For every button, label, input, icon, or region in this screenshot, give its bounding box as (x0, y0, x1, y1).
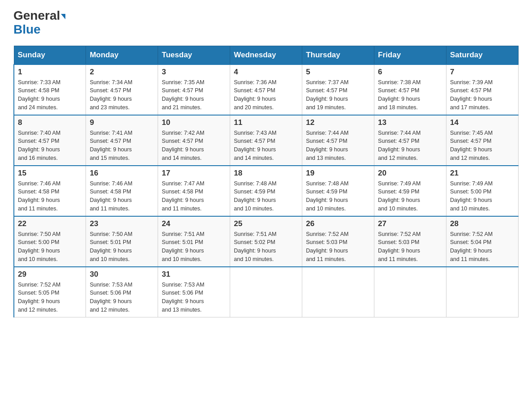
day-info: Sunrise: 7:37 AM Sunset: 4:57 PM Dayligh… (306, 78, 370, 112)
calendar-cell: 11 Sunrise: 7:43 AM Sunset: 4:57 PM Dayl… (230, 115, 302, 166)
day-number: 7 (450, 68, 515, 77)
day-number: 27 (378, 219, 442, 228)
day-number: 26 (306, 219, 370, 228)
day-number: 6 (378, 68, 442, 77)
calendar-cell: 9 Sunrise: 7:41 AM Sunset: 4:57 PM Dayli… (86, 115, 158, 166)
week-row-2: 8 Sunrise: 7:40 AM Sunset: 4:57 PM Dayli… (14, 115, 519, 166)
week-row-5: 29 Sunrise: 7:52 AM Sunset: 5:05 PM Dayl… (14, 267, 519, 317)
day-info: Sunrise: 7:50 AM Sunset: 5:00 PM Dayligh… (18, 230, 82, 264)
day-info: Sunrise: 7:48 AM Sunset: 4:59 PM Dayligh… (234, 180, 298, 213)
day-number: 24 (162, 219, 226, 228)
day-info: Sunrise: 7:34 AM Sunset: 4:57 PM Dayligh… (90, 78, 154, 112)
day-info: Sunrise: 7:52 AM Sunset: 5:04 PM Dayligh… (450, 230, 515, 264)
calendar-cell: 31 Sunrise: 7:53 AM Sunset: 5:06 PM Dayl… (158, 267, 230, 317)
logo: General Blue (13, 9, 65, 37)
day-info: Sunrise: 7:33 AM Sunset: 4:58 PM Dayligh… (18, 78, 82, 112)
page-header: General Blue (13, 9, 519, 37)
logo-blue: Blue (13, 22, 41, 36)
calendar-cell: 28 Sunrise: 7:52 AM Sunset: 5:04 PM Dayl… (446, 216, 519, 267)
day-info: Sunrise: 7:35 AM Sunset: 4:57 PM Dayligh… (162, 78, 226, 112)
calendar-cell: 3 Sunrise: 7:35 AM Sunset: 4:57 PM Dayli… (158, 64, 230, 115)
week-row-4: 22 Sunrise: 7:50 AM Sunset: 5:00 PM Dayl… (14, 216, 519, 267)
calendar-cell: 23 Sunrise: 7:50 AM Sunset: 5:01 PM Dayl… (86, 216, 158, 267)
day-info: Sunrise: 7:48 AM Sunset: 4:59 PM Dayligh… (306, 180, 370, 213)
calendar-cell (230, 267, 302, 317)
calendar-cell: 6 Sunrise: 7:38 AM Sunset: 4:57 PM Dayli… (374, 64, 446, 115)
calendar-cell: 14 Sunrise: 7:45 AM Sunset: 4:57 PM Dayl… (446, 115, 519, 166)
weekday-header-friday: Friday (374, 46, 446, 64)
calendar-cell: 5 Sunrise: 7:37 AM Sunset: 4:57 PM Dayli… (302, 64, 374, 115)
weekday-header-saturday: Saturday (446, 46, 519, 64)
day-info: Sunrise: 7:52 AM Sunset: 5:05 PM Dayligh… (18, 281, 82, 314)
day-info: Sunrise: 7:46 AM Sunset: 4:58 PM Dayligh… (90, 180, 154, 213)
day-number: 2 (90, 68, 154, 77)
week-row-3: 15 Sunrise: 7:46 AM Sunset: 4:58 PM Dayl… (14, 166, 519, 216)
weekday-header-wednesday: Wednesday (230, 46, 302, 64)
day-number: 21 (450, 169, 515, 178)
day-number: 9 (90, 118, 154, 127)
calendar-cell (446, 267, 519, 317)
day-info: Sunrise: 7:51 AM Sunset: 5:02 PM Dayligh… (234, 230, 298, 264)
calendar-cell: 17 Sunrise: 7:47 AM Sunset: 4:58 PM Dayl… (158, 166, 230, 216)
calendar-cell: 16 Sunrise: 7:46 AM Sunset: 4:58 PM Dayl… (86, 166, 158, 216)
day-info: Sunrise: 7:49 AM Sunset: 4:59 PM Dayligh… (378, 180, 442, 213)
calendar-cell: 30 Sunrise: 7:53 AM Sunset: 5:06 PM Dayl… (86, 267, 158, 317)
day-number: 11 (234, 118, 298, 127)
day-number: 1 (18, 68, 82, 77)
day-number: 4 (234, 68, 298, 77)
day-number: 5 (306, 68, 370, 77)
calendar-cell (302, 267, 374, 317)
day-info: Sunrise: 7:53 AM Sunset: 5:06 PM Dayligh… (90, 281, 154, 314)
day-number: 25 (234, 219, 298, 228)
day-number: 31 (162, 270, 226, 279)
day-number: 14 (450, 118, 515, 127)
day-number: 19 (306, 169, 370, 178)
day-number: 17 (162, 169, 226, 178)
day-info: Sunrise: 7:52 AM Sunset: 5:03 PM Dayligh… (306, 230, 370, 264)
day-info: Sunrise: 7:40 AM Sunset: 4:57 PM Dayligh… (18, 129, 82, 163)
day-number: 15 (18, 169, 82, 178)
weekday-header-sunday: Sunday (14, 46, 86, 64)
calendar-cell: 18 Sunrise: 7:48 AM Sunset: 4:59 PM Dayl… (230, 166, 302, 216)
calendar-cell: 12 Sunrise: 7:44 AM Sunset: 4:57 PM Dayl… (302, 115, 374, 166)
weekday-header-thursday: Thursday (302, 46, 374, 64)
calendar-cell: 8 Sunrise: 7:40 AM Sunset: 4:57 PM Dayli… (14, 115, 86, 166)
day-info: Sunrise: 7:53 AM Sunset: 5:06 PM Dayligh… (162, 281, 226, 314)
day-info: Sunrise: 7:38 AM Sunset: 4:57 PM Dayligh… (378, 78, 442, 112)
day-number: 18 (234, 169, 298, 178)
calendar-cell: 4 Sunrise: 7:36 AM Sunset: 4:57 PM Dayli… (230, 64, 302, 115)
calendar-table: SundayMondayTuesdayWednesdayThursdayFrid… (13, 46, 519, 317)
day-info: Sunrise: 7:39 AM Sunset: 4:57 PM Dayligh… (450, 78, 515, 112)
logo-general: General (13, 9, 60, 22)
day-number: 22 (18, 219, 82, 228)
weekday-header-row: SundayMondayTuesdayWednesdayThursdayFrid… (14, 46, 519, 64)
calendar-cell: 2 Sunrise: 7:34 AM Sunset: 4:57 PM Dayli… (86, 64, 158, 115)
day-info: Sunrise: 7:49 AM Sunset: 5:00 PM Dayligh… (450, 180, 515, 213)
day-number: 20 (378, 169, 442, 178)
day-info: Sunrise: 7:44 AM Sunset: 4:57 PM Dayligh… (378, 129, 442, 163)
calendar-cell: 25 Sunrise: 7:51 AM Sunset: 5:02 PM Dayl… (230, 216, 302, 267)
calendar-cell: 15 Sunrise: 7:46 AM Sunset: 4:58 PM Dayl… (14, 166, 86, 216)
calendar-cell: 20 Sunrise: 7:49 AM Sunset: 4:59 PM Dayl… (374, 166, 446, 216)
day-info: Sunrise: 7:43 AM Sunset: 4:57 PM Dayligh… (234, 129, 298, 163)
day-number: 29 (18, 270, 82, 279)
week-row-1: 1 Sunrise: 7:33 AM Sunset: 4:58 PM Dayli… (14, 64, 519, 115)
calendar-cell: 21 Sunrise: 7:49 AM Sunset: 5:00 PM Dayl… (446, 166, 519, 216)
calendar-cell: 24 Sunrise: 7:51 AM Sunset: 5:01 PM Dayl… (158, 216, 230, 267)
day-number: 8 (18, 118, 82, 127)
day-info: Sunrise: 7:52 AM Sunset: 5:03 PM Dayligh… (378, 230, 442, 264)
day-info: Sunrise: 7:50 AM Sunset: 5:01 PM Dayligh… (90, 230, 154, 264)
calendar-cell: 26 Sunrise: 7:52 AM Sunset: 5:03 PM Dayl… (302, 216, 374, 267)
day-info: Sunrise: 7:45 AM Sunset: 4:57 PM Dayligh… (450, 129, 515, 163)
day-number: 23 (90, 219, 154, 228)
calendar-cell: 10 Sunrise: 7:42 AM Sunset: 4:57 PM Dayl… (158, 115, 230, 166)
day-number: 28 (450, 219, 515, 228)
weekday-header-monday: Monday (86, 46, 158, 64)
day-number: 13 (378, 118, 442, 127)
day-info: Sunrise: 7:44 AM Sunset: 4:57 PM Dayligh… (306, 129, 370, 163)
day-info: Sunrise: 7:47 AM Sunset: 4:58 PM Dayligh… (162, 180, 226, 213)
day-number: 10 (162, 118, 226, 127)
day-number: 3 (162, 68, 226, 77)
day-number: 12 (306, 118, 370, 127)
day-info: Sunrise: 7:42 AM Sunset: 4:57 PM Dayligh… (162, 129, 226, 163)
